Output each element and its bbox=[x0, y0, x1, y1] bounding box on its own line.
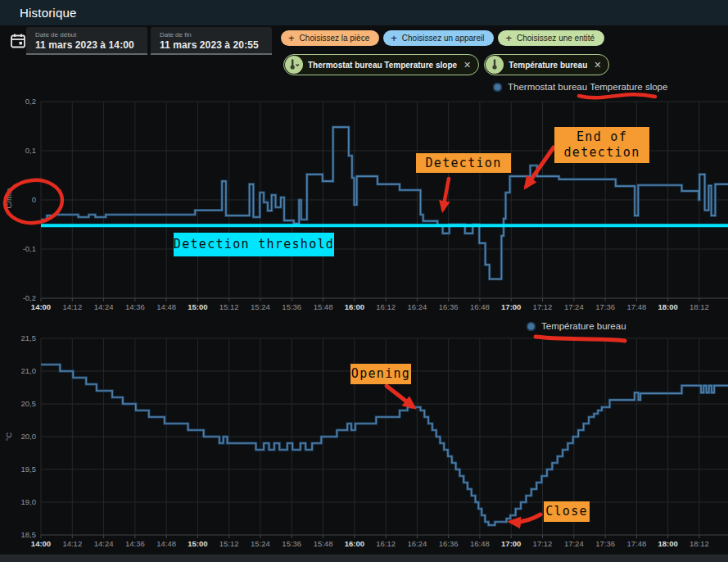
svg-text:°C: °C bbox=[4, 433, 13, 442]
svg-text:19,5: 19,5 bbox=[21, 465, 37, 474]
svg-text:21,5: 21,5 bbox=[21, 333, 37, 342]
end-of-detection-line1: End of bbox=[577, 129, 627, 145]
svg-text:14:24: 14:24 bbox=[94, 302, 114, 311]
svg-text:°C/min: °C/min bbox=[4, 188, 13, 212]
svg-text:20,0: 20,0 bbox=[21, 432, 37, 441]
svg-text:20,5: 20,5 bbox=[21, 399, 37, 408]
detection-threshold-label: Detection threshold bbox=[174, 233, 334, 256]
svg-text:14:00: 14:00 bbox=[31, 539, 51, 548]
svg-text:14:12: 14:12 bbox=[62, 539, 82, 548]
svg-text:15:24: 15:24 bbox=[251, 302, 270, 311]
svg-text:16:24: 16:24 bbox=[407, 302, 427, 311]
svg-text:16:36: 16:36 bbox=[439, 539, 459, 548]
svg-text:17:24: 17:24 bbox=[564, 539, 584, 548]
svg-text:17:00: 17:00 bbox=[501, 539, 521, 548]
svg-text:15:24: 15:24 bbox=[251, 539, 270, 548]
close-label: Close bbox=[544, 501, 590, 522]
series-line-shadow bbox=[41, 365, 728, 525]
svg-text:15:00: 15:00 bbox=[188, 302, 207, 311]
end-of-detection-line2: detection bbox=[564, 145, 640, 161]
svg-text:18:00: 18:00 bbox=[658, 539, 677, 548]
svg-text:16:12: 16:12 bbox=[376, 302, 396, 311]
svg-text:17:12: 17:12 bbox=[533, 539, 553, 548]
svg-text:0: 0 bbox=[32, 195, 36, 204]
svg-text:14:48: 14:48 bbox=[156, 302, 176, 311]
svg-text:18:12: 18:12 bbox=[690, 539, 709, 548]
svg-text:-0,2: -0,2 bbox=[23, 293, 36, 302]
svg-text:19,0: 19,0 bbox=[21, 497, 37, 506]
svg-text:0,1: 0,1 bbox=[25, 146, 36, 155]
svg-text:16:00: 16:00 bbox=[345, 302, 364, 311]
svg-text:16:12: 16:12 bbox=[376, 539, 396, 548]
svg-text:18,5: 18,5 bbox=[21, 530, 37, 539]
svg-text:16:48: 16:48 bbox=[470, 302, 490, 311]
end-of-detection-label: End of detection bbox=[554, 127, 649, 163]
svg-text:14:24: 14:24 bbox=[94, 539, 114, 548]
svg-text:16:24: 16:24 bbox=[407, 539, 427, 548]
svg-text:16:00: 16:00 bbox=[345, 539, 364, 548]
svg-text:17:12: 17:12 bbox=[533, 302, 553, 311]
svg-text:17:48: 17:48 bbox=[626, 539, 646, 548]
svg-text:15:12: 15:12 bbox=[219, 302, 239, 311]
svg-text:15:12: 15:12 bbox=[219, 539, 239, 548]
history-page: Historique Date de début 11 mars 2023 à … bbox=[0, 0, 728, 562]
svg-text:-0,1: -0,1 bbox=[23, 244, 36, 253]
svg-text:14:12: 14:12 bbox=[62, 302, 82, 311]
svg-text:17:36: 17:36 bbox=[595, 539, 615, 548]
svg-text:17:36: 17:36 bbox=[595, 302, 615, 311]
svg-text:16:48: 16:48 bbox=[470, 539, 490, 548]
series-line bbox=[41, 365, 728, 525]
svg-text:15:48: 15:48 bbox=[314, 539, 333, 548]
opening-label: Opening bbox=[350, 364, 411, 384]
svg-text:14:48: 14:48 bbox=[156, 539, 176, 548]
svg-text:14:36: 14:36 bbox=[125, 539, 145, 548]
svg-text:17:00: 17:00 bbox=[501, 302, 521, 311]
svg-text:17:24: 17:24 bbox=[564, 302, 584, 311]
svg-text:16:36: 16:36 bbox=[439, 302, 459, 311]
history-charts[interactable]: 0,20,10-0,1-0,214:0014:1214:2414:3614:48… bbox=[0, 0, 728, 562]
svg-text:21,0: 21,0 bbox=[21, 366, 37, 375]
svg-text:14:00: 14:00 bbox=[31, 302, 51, 311]
svg-text:15:00: 15:00 bbox=[188, 539, 207, 548]
svg-text:0,2: 0,2 bbox=[25, 97, 36, 106]
svg-text:14:36: 14:36 bbox=[125, 302, 145, 311]
detection-label: Detection bbox=[416, 153, 511, 173]
svg-text:15:36: 15:36 bbox=[282, 539, 301, 548]
horizontal-scrollbar[interactable] bbox=[0, 555, 728, 562]
svg-text:17:48: 17:48 bbox=[626, 302, 646, 311]
svg-text:15:36: 15:36 bbox=[282, 302, 301, 311]
svg-text:18:00: 18:00 bbox=[658, 302, 677, 311]
svg-text:18:12: 18:12 bbox=[690, 302, 709, 311]
svg-text:15:48: 15:48 bbox=[314, 302, 333, 311]
